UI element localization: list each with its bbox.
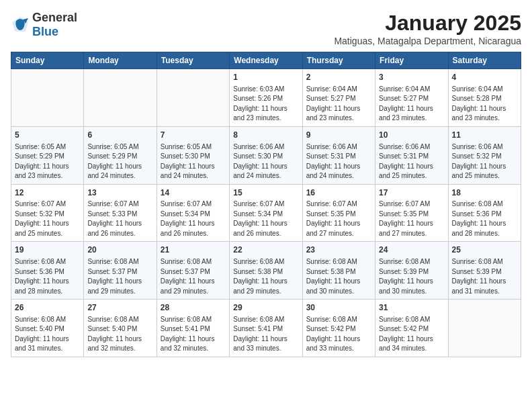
week-row-5: 26Sunrise: 6:08 AMSunset: 5:40 PMDayligh… (11, 300, 521, 357)
empty-cell (448, 300, 521, 357)
calendar-table: SundayMondayTuesdayWednesdayThursdayFrid… (11, 52, 521, 357)
day-number: 11 (452, 130, 517, 141)
day-info: Sunrise: 6:05 AMSunset: 5:30 PMDaylight:… (161, 142, 226, 181)
day-cell-6: 6Sunrise: 6:05 AMSunset: 5:29 PMDaylight… (84, 126, 157, 184)
day-number: 27 (87, 302, 152, 314)
day-number: 30 (306, 302, 371, 314)
day-cell-20: 20Sunrise: 6:08 AMSunset: 5:37 PMDayligh… (84, 242, 157, 300)
week-row-2: 5Sunrise: 6:05 AMSunset: 5:29 PMDaylight… (11, 126, 521, 184)
day-number: 31 (379, 302, 444, 314)
day-cell-26: 26Sunrise: 6:08 AMSunset: 5:40 PMDayligh… (11, 300, 84, 357)
day-cell-22: 22Sunrise: 6:08 AMSunset: 5:38 PMDayligh… (230, 242, 302, 300)
empty-cell (84, 69, 157, 127)
logo-blue: Blue (32, 25, 58, 38)
day-number: 14 (161, 187, 226, 199)
day-info: Sunrise: 6:06 AMSunset: 5:32 PMDaylight:… (452, 142, 517, 181)
weekday-header-sunday: Sunday (11, 52, 84, 69)
day-cell-12: 12Sunrise: 6:07 AMSunset: 5:32 PMDayligh… (11, 184, 84, 242)
day-info: Sunrise: 6:05 AMSunset: 5:29 PMDaylight:… (15, 142, 80, 181)
day-number: 5 (15, 130, 80, 141)
day-info: Sunrise: 6:08 AMSunset: 5:37 PMDaylight:… (161, 257, 226, 296)
day-info: Sunrise: 6:08 AMSunset: 5:40 PMDaylight:… (87, 315, 152, 354)
day-number: 12 (15, 187, 80, 199)
day-cell-24: 24Sunrise: 6:08 AMSunset: 5:39 PMDayligh… (375, 242, 448, 300)
day-info: Sunrise: 6:08 AMSunset: 5:36 PMDaylight:… (15, 257, 80, 296)
logo-icon (11, 15, 30, 34)
week-row-3: 12Sunrise: 6:07 AMSunset: 5:32 PMDayligh… (11, 184, 521, 242)
day-info: Sunrise: 6:07 AMSunset: 5:35 PMDaylight:… (306, 199, 371, 238)
day-info: Sunrise: 6:07 AMSunset: 5:32 PMDaylight:… (15, 199, 80, 238)
day-info: Sunrise: 6:08 AMSunset: 5:40 PMDaylight:… (15, 315, 80, 354)
day-number: 24 (379, 244, 444, 256)
logo-general: General (32, 11, 77, 24)
empty-cell (11, 69, 84, 127)
day-cell-21: 21Sunrise: 6:08 AMSunset: 5:37 PMDayligh… (157, 242, 229, 300)
title-block: January 2025 Matiguas, Matagalpa Departm… (334, 11, 521, 46)
day-number: 15 (233, 187, 298, 199)
page-header: General Blue January 2025 Matiguas, Mata… (11, 11, 521, 46)
day-cell-10: 10Sunrise: 6:06 AMSunset: 5:31 PMDayligh… (375, 126, 448, 184)
day-cell-1: 1Sunrise: 6:03 AMSunset: 5:26 PMDaylight… (230, 69, 302, 127)
day-info: Sunrise: 6:08 AMSunset: 5:42 PMDaylight:… (306, 315, 371, 354)
day-cell-25: 25Sunrise: 6:08 AMSunset: 5:39 PMDayligh… (448, 242, 521, 300)
day-info: Sunrise: 6:06 AMSunset: 5:31 PMDaylight:… (379, 142, 444, 181)
day-number: 13 (87, 187, 152, 199)
day-info: Sunrise: 6:08 AMSunset: 5:39 PMDaylight:… (379, 257, 444, 296)
day-info: Sunrise: 6:04 AMSunset: 5:28 PMDaylight:… (452, 85, 517, 124)
day-info: Sunrise: 6:08 AMSunset: 5:41 PMDaylight:… (161, 315, 226, 354)
day-info: Sunrise: 6:08 AMSunset: 5:38 PMDaylight:… (233, 257, 298, 296)
day-cell-13: 13Sunrise: 6:07 AMSunset: 5:33 PMDayligh… (84, 184, 157, 242)
day-cell-4: 4Sunrise: 6:04 AMSunset: 5:28 PMDaylight… (448, 69, 521, 127)
day-cell-7: 7Sunrise: 6:05 AMSunset: 5:30 PMDaylight… (157, 126, 229, 184)
day-info: Sunrise: 6:05 AMSunset: 5:29 PMDaylight:… (87, 142, 152, 181)
day-cell-14: 14Sunrise: 6:07 AMSunset: 5:34 PMDayligh… (157, 184, 229, 242)
day-number: 10 (379, 130, 444, 141)
day-number: 7 (161, 130, 226, 141)
day-info: Sunrise: 6:04 AMSunset: 5:27 PMDaylight:… (306, 85, 371, 124)
day-cell-3: 3Sunrise: 6:04 AMSunset: 5:27 PMDaylight… (375, 69, 448, 127)
day-number: 25 (452, 244, 517, 256)
weekday-header-wednesday: Wednesday (230, 52, 302, 69)
day-number: 28 (161, 302, 226, 314)
day-info: Sunrise: 6:07 AMSunset: 5:33 PMDaylight:… (87, 199, 152, 238)
day-cell-18: 18Sunrise: 6:08 AMSunset: 5:36 PMDayligh… (448, 184, 521, 242)
day-number: 9 (306, 130, 371, 141)
day-number: 6 (87, 130, 152, 141)
day-number: 20 (87, 244, 152, 256)
day-number: 29 (233, 302, 298, 314)
day-number: 2 (306, 72, 371, 83)
day-info: Sunrise: 6:03 AMSunset: 5:26 PMDaylight:… (233, 85, 298, 124)
logo: General Blue (11, 11, 77, 39)
day-number: 19 (15, 244, 80, 256)
weekday-header-monday: Monday (84, 52, 157, 69)
day-info: Sunrise: 6:08 AMSunset: 5:41 PMDaylight:… (233, 315, 298, 354)
weekday-header-thursday: Thursday (302, 52, 375, 69)
day-cell-27: 27Sunrise: 6:08 AMSunset: 5:40 PMDayligh… (84, 300, 157, 357)
weekday-header-friday: Friday (375, 52, 448, 69)
day-cell-16: 16Sunrise: 6:07 AMSunset: 5:35 PMDayligh… (302, 184, 375, 242)
day-number: 18 (452, 187, 517, 199)
location-subtitle: Matiguas, Matagalpa Department, Nicaragu… (334, 36, 521, 46)
day-number: 26 (15, 302, 80, 314)
day-cell-2: 2Sunrise: 6:04 AMSunset: 5:27 PMDaylight… (302, 69, 375, 127)
week-row-1: 1Sunrise: 6:03 AMSunset: 5:26 PMDaylight… (11, 69, 521, 127)
week-row-4: 19Sunrise: 6:08 AMSunset: 5:36 PMDayligh… (11, 242, 521, 300)
day-info: Sunrise: 6:08 AMSunset: 5:38 PMDaylight:… (306, 257, 371, 296)
day-info: Sunrise: 6:08 AMSunset: 5:42 PMDaylight:… (379, 315, 444, 354)
day-cell-19: 19Sunrise: 6:08 AMSunset: 5:36 PMDayligh… (11, 242, 84, 300)
day-number: 3 (379, 72, 444, 83)
day-info: Sunrise: 6:06 AMSunset: 5:31 PMDaylight:… (306, 142, 371, 181)
day-info: Sunrise: 6:08 AMSunset: 5:39 PMDaylight:… (452, 257, 517, 296)
day-info: Sunrise: 6:07 AMSunset: 5:34 PMDaylight:… (233, 199, 298, 238)
day-info: Sunrise: 6:07 AMSunset: 5:34 PMDaylight:… (161, 199, 226, 238)
day-cell-5: 5Sunrise: 6:05 AMSunset: 5:29 PMDaylight… (11, 126, 84, 184)
month-title: January 2025 (334, 11, 521, 36)
day-number: 4 (452, 72, 517, 83)
day-number: 22 (233, 244, 298, 256)
day-number: 16 (306, 187, 371, 199)
day-info: Sunrise: 6:08 AMSunset: 5:37 PMDaylight:… (87, 257, 152, 296)
day-number: 17 (379, 187, 444, 199)
weekday-header-tuesday: Tuesday (157, 52, 229, 69)
day-number: 21 (161, 244, 226, 256)
weekday-header-saturday: Saturday (448, 52, 521, 69)
